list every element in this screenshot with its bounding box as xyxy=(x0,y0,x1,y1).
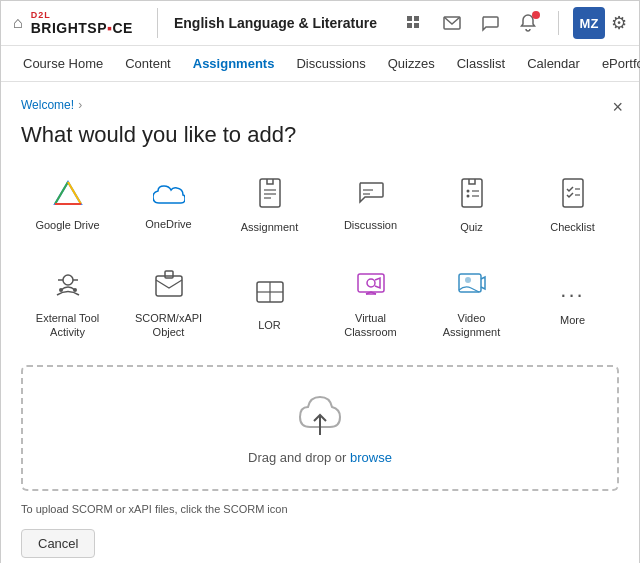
svg-rect-13 xyxy=(462,179,482,207)
svg-marker-5 xyxy=(55,182,81,204)
scorm-icon xyxy=(154,270,184,305)
virtual-classroom-label: Virtual Classroom xyxy=(328,311,413,340)
course-title: English Language & Literature xyxy=(174,15,390,31)
svg-point-35 xyxy=(465,277,471,283)
logo: D2L BRIGHTSP▪CE xyxy=(31,10,133,36)
email-icon[interactable] xyxy=(436,7,468,39)
svg-rect-26 xyxy=(156,276,182,296)
external-tool-icon xyxy=(53,270,83,305)
browse-link[interactable]: browse xyxy=(350,450,392,465)
user-avatar[interactable]: MZ xyxy=(573,7,605,39)
lor-option[interactable]: LOR xyxy=(223,260,316,349)
hint-text: To upload SCORM or xAPI files, click the… xyxy=(21,503,619,515)
checklist-icon xyxy=(560,178,586,215)
sidebar-item-assignments[interactable]: Assignments xyxy=(183,46,285,81)
logo-d2l: D2L xyxy=(31,10,133,20)
modal-title: What would you like to add? xyxy=(21,122,619,148)
svg-rect-0 xyxy=(407,16,412,21)
assignment-label: Assignment xyxy=(241,220,298,234)
scorm-option[interactable]: SCORM/xAPI Object xyxy=(122,260,215,349)
checklist-option[interactable]: Checklist xyxy=(526,168,619,244)
more-option[interactable]: ··· More xyxy=(526,260,619,349)
external-tool-label: External Tool Activity xyxy=(25,311,110,340)
main-content: Welcome! › × What would you like to add?… xyxy=(1,82,639,563)
home-icon[interactable]: ⌂ xyxy=(13,14,23,32)
svg-line-6 xyxy=(55,182,68,204)
video-assignment-icon xyxy=(457,270,487,305)
options-grid-row1: Google Drive OneDrive xyxy=(21,168,619,244)
quiz-label: Quiz xyxy=(460,220,483,234)
google-drive-option[interactable]: Google Drive xyxy=(21,168,114,244)
upload-text: Drag and drop or browse xyxy=(248,450,392,465)
navbar: Course Home Content Assignments Discussi… xyxy=(1,46,639,82)
notification-dot xyxy=(532,11,540,19)
logo-brightspace: BRIGHTSP▪CE xyxy=(31,20,133,36)
more-label: More xyxy=(560,313,585,327)
google-drive-icon xyxy=(53,180,83,213)
onedrive-icon xyxy=(153,181,185,212)
sidebar-item-calendar[interactable]: Calendar xyxy=(517,46,590,81)
upload-area[interactable]: Drag and drop or browse xyxy=(21,365,619,491)
options-grid-row2: External Tool Activity SCORM/xAPI Object xyxy=(21,260,619,349)
svg-rect-9 xyxy=(260,179,280,207)
scorm-label: SCORM/xAPI Object xyxy=(126,311,211,340)
settings-icon[interactable]: ⚙ xyxy=(611,12,627,34)
chat-icon[interactable] xyxy=(474,7,506,39)
video-assignment-label: Video Assignment xyxy=(429,311,514,340)
svg-point-14 xyxy=(466,190,469,193)
svg-rect-34 xyxy=(459,274,481,292)
sidebar-item-course-home[interactable]: Course Home xyxy=(13,46,113,81)
upload-icon xyxy=(296,391,344,442)
cancel-button[interactable]: Cancel xyxy=(21,529,95,558)
video-assignment-option[interactable]: Video Assignment xyxy=(425,260,518,349)
sidebar-item-quizzes[interactable]: Quizzes xyxy=(378,46,445,81)
apps-icon[interactable] xyxy=(398,7,430,39)
svg-rect-2 xyxy=(407,23,412,28)
svg-rect-27 xyxy=(165,271,173,278)
sidebar-item-classlist[interactable]: Classlist xyxy=(447,46,515,81)
onedrive-label: OneDrive xyxy=(145,217,191,231)
svg-line-7 xyxy=(68,182,81,204)
notification-icon[interactable] xyxy=(512,7,544,39)
onedrive-option[interactable]: OneDrive xyxy=(122,168,215,244)
more-dots-icon: ··· xyxy=(560,282,584,308)
breadcrumb[interactable]: Welcome! › xyxy=(21,98,619,112)
discussion-label: Discussion xyxy=(344,218,397,232)
topbar-divider2 xyxy=(558,11,559,35)
external-tool-option[interactable]: External Tool Activity xyxy=(21,260,114,349)
svg-point-24 xyxy=(59,288,63,292)
sidebar-item-discussions[interactable]: Discussions xyxy=(286,46,375,81)
discussion-icon xyxy=(357,180,385,213)
svg-rect-1 xyxy=(414,16,419,21)
quiz-icon xyxy=(459,178,485,215)
checklist-label: Checklist xyxy=(550,220,595,234)
assignment-icon xyxy=(257,178,283,215)
main-window: ⌂ D2L BRIGHTSP▪CE English Language & Lit… xyxy=(0,0,640,563)
svg-rect-3 xyxy=(414,23,419,28)
virtual-classroom-icon xyxy=(356,270,386,305)
assignment-option[interactable]: Assignment xyxy=(223,168,316,244)
sidebar-item-eportfolio[interactable]: ePortfolio xyxy=(592,46,640,81)
svg-point-33 xyxy=(367,279,375,287)
topbar-icons: MZ ⚙ xyxy=(398,7,627,39)
topbar: ⌂ D2L BRIGHTSP▪CE English Language & Lit… xyxy=(1,1,639,46)
close-button[interactable]: × xyxy=(612,98,623,116)
sidebar-item-content[interactable]: Content xyxy=(115,46,181,81)
topbar-divider xyxy=(157,8,158,38)
discussion-option[interactable]: Discussion xyxy=(324,168,417,244)
virtual-classroom-option[interactable]: Virtual Classroom xyxy=(324,260,417,349)
svg-point-25 xyxy=(73,288,77,292)
lor-label: LOR xyxy=(258,318,281,332)
lor-icon xyxy=(255,278,285,313)
google-drive-label: Google Drive xyxy=(35,218,99,232)
svg-point-16 xyxy=(466,195,469,198)
quiz-option[interactable]: Quiz xyxy=(425,168,518,244)
svg-point-21 xyxy=(63,275,73,285)
